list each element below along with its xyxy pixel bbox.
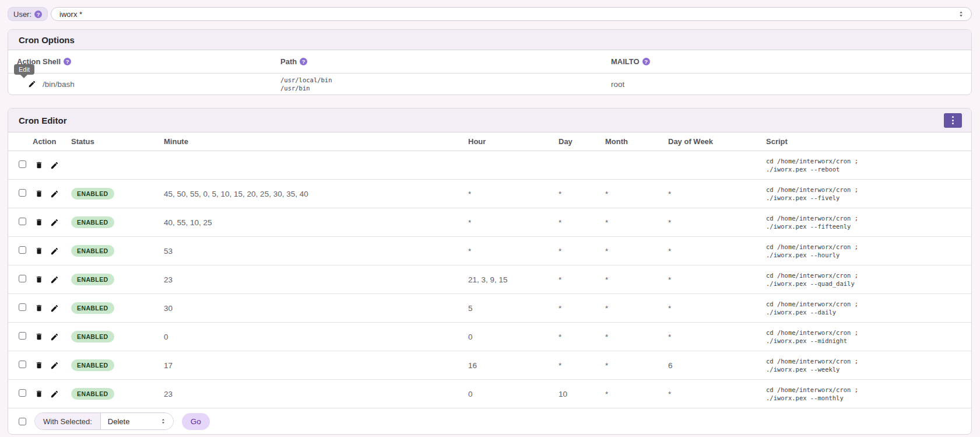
table-row: cd /home/interworx/cron ; ./iworx.pex --… (8, 151, 971, 180)
hour-value: 5 (468, 304, 559, 313)
minute-value: 23 (164, 390, 468, 398)
row-checkbox[interactable] (19, 332, 26, 340)
column-minute: Minute (164, 137, 468, 146)
day-of-week-value: * (668, 218, 766, 227)
hour-value: 0 (468, 390, 559, 398)
script-value: cd /home/interworx/cron ; ./iworx.pex --… (766, 271, 971, 288)
hour-value: * (468, 190, 559, 198)
edit-icon[interactable] (50, 190, 59, 198)
delete-icon[interactable] (35, 189, 43, 198)
column-path: Path ? (280, 57, 611, 66)
minute-value: 53 (164, 247, 468, 256)
cron-editor-title: Cron Editor (19, 116, 67, 125)
cron-options-panel: Cron Options Action Shell ? Path ? MAILT… (8, 29, 972, 95)
column-month: Month (605, 137, 668, 146)
day-value: * (559, 361, 605, 370)
edit-icon[interactable] (50, 275, 59, 284)
table-row: ENABLED 23 21, 3, 9, 15 * * * cd /home/i… (8, 265, 971, 294)
day-of-week-value: * (668, 190, 766, 198)
cron-editor-footer: With Selected: Delete Go (8, 408, 971, 434)
delete-icon[interactable] (35, 389, 43, 398)
day-of-week-value: * (668, 333, 766, 341)
delete-icon[interactable] (35, 160, 43, 170)
shell-help-icon[interactable]: ? (64, 58, 71, 65)
path-help-icon[interactable]: ? (300, 58, 307, 65)
minute-value: 40, 55, 10, 25 (164, 218, 468, 227)
table-row: ENABLED 23 0 10 * * cd /home/interworx/c… (8, 380, 971, 408)
edit-icon[interactable] (50, 361, 59, 370)
script-value: cd /home/interworx/cron ; ./iworx.pex --… (766, 328, 971, 345)
go-button[interactable]: Go (182, 413, 210, 430)
month-value: * (605, 190, 668, 198)
edit-icon[interactable] (50, 161, 59, 170)
script-value: cd /home/interworx/cron ; ./iworx.pex --… (766, 300, 971, 316)
column-day: Day (559, 137, 605, 146)
table-row: ENABLED 17 16 * * 6 cd /home/interworx/c… (8, 351, 971, 380)
hour-value: * (468, 247, 559, 256)
cron-editor-column-headers: Action Status Minute Hour Day Month Day … (8, 132, 971, 151)
delete-icon[interactable] (35, 246, 43, 256)
edit-icon[interactable] (50, 333, 59, 341)
edit-icon[interactable] (50, 247, 59, 256)
day-value: * (559, 333, 605, 341)
select-all-checkbox[interactable] (19, 418, 26, 425)
day-value: * (559, 275, 605, 284)
with-selected-label: With Selected: (35, 413, 101, 429)
row-checkbox[interactable] (19, 218, 26, 225)
user-selector-bar: User: ? iworx * (8, 7, 972, 21)
edit-icon[interactable] (50, 390, 59, 398)
minute-value: 30 (164, 304, 468, 313)
delete-icon[interactable] (35, 275, 43, 284)
month-value: * (605, 247, 668, 256)
minute-value: 45, 50, 55, 0, 5, 10, 15, 20, 25, 30, 35… (164, 190, 468, 198)
hour-value: 16 (468, 361, 559, 370)
status-badge: ENABLED (71, 359, 114, 371)
script-value: cd /home/interworx/cron ; ./iworx.pex --… (766, 386, 971, 402)
delete-icon[interactable] (35, 332, 43, 341)
table-row: ENABLED 53 * * * * cd /home/interworx/cr… (8, 237, 971, 265)
user-help-icon[interactable]: ? (34, 11, 42, 18)
table-row: ENABLED 40, 55, 10, 25 * * * * cd /home/… (8, 208, 971, 237)
edit-icon[interactable] (21, 80, 43, 88)
user-select[interactable]: iworx * (51, 7, 972, 21)
column-script: Script (766, 137, 971, 146)
bulk-action-select[interactable]: Delete (101, 413, 173, 429)
day-value: * (559, 218, 605, 227)
month-value: * (605, 390, 668, 398)
cron-editor-header: Cron Editor (8, 109, 971, 132)
script-value: cd /home/interworx/cron ; ./iworx.pex --… (766, 214, 971, 230)
minute-value: 0 (164, 333, 468, 341)
edit-icon[interactable] (50, 304, 59, 313)
day-of-week-value: * (668, 304, 766, 313)
select-arrows-icon (957, 10, 965, 19)
row-checkbox[interactable] (19, 189, 26, 197)
delete-icon[interactable] (35, 361, 43, 370)
delete-icon[interactable] (35, 218, 43, 227)
select-arrows-icon (159, 417, 167, 425)
row-checkbox[interactable] (19, 389, 26, 397)
row-checkbox[interactable] (19, 361, 26, 368)
shell-value: /bin/bash (43, 80, 280, 89)
month-value: * (605, 218, 668, 227)
row-checkbox[interactable] (19, 160, 26, 168)
column-day-of-week: Day of Week (668, 137, 766, 146)
row-checkbox[interactable] (19, 275, 26, 282)
panel-menu-button[interactable] (944, 113, 962, 128)
edit-icon[interactable] (50, 218, 59, 227)
table-row: ENABLED 30 5 * * * cd /home/interworx/cr… (8, 294, 971, 323)
column-shell: Shell ? (43, 57, 280, 66)
mailto-help-icon[interactable]: ? (642, 58, 650, 65)
script-value: cd /home/interworx/cron ; ./iworx.pex --… (766, 186, 971, 202)
minute-value: 23 (164, 275, 468, 284)
row-checkbox[interactable] (19, 303, 26, 311)
hour-value: * (468, 218, 559, 227)
day-value: 10 (559, 390, 605, 398)
day-value: * (559, 190, 605, 198)
path-value: /usr/local/bin /usr/bin (280, 76, 611, 92)
status-badge: ENABLED (71, 245, 114, 257)
row-checkbox[interactable] (19, 246, 26, 254)
month-value: * (605, 361, 668, 370)
delete-icon[interactable] (35, 303, 43, 313)
cron-editor-panel: Cron Editor Action Status Minute Hour Da… (8, 108, 972, 435)
column-hour: Hour (468, 137, 559, 146)
